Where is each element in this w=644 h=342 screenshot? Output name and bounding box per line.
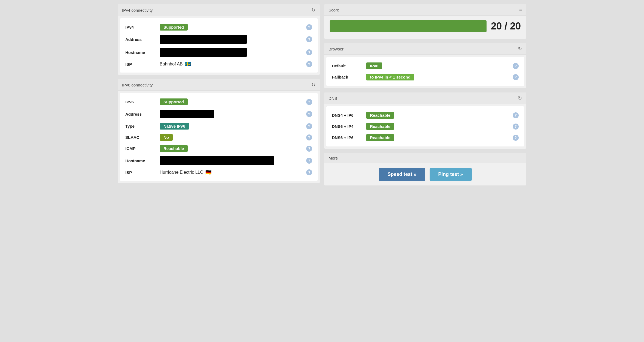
ipv4-isp-name: Bahnhof AB [160, 62, 183, 67]
score-bar-row: 20 / 20 [330, 20, 521, 32]
browser-default-row: Default IPv6 ? [332, 60, 519, 71]
dns-refresh-icon[interactable]: ↻ [518, 95, 522, 101]
ipv4-status-help[interactable]: ? [306, 24, 312, 30]
more-section-title: More [329, 156, 338, 160]
browser-default-label: Default [332, 64, 362, 68]
ipv6-icmp-row: ICMP Reachable ? [125, 143, 312, 154]
dns-status-2: Reachable [366, 134, 508, 141]
dns-label-0: DNS4 + IP6 [332, 113, 362, 118]
ipv4-hostname-help[interactable]: ? [306, 49, 312, 55]
dns-label-2: DNS6 + IP6 [332, 135, 362, 140]
ipv4-isp-label: ISP [125, 62, 155, 67]
ipv6-isp-label: ISP [125, 170, 155, 175]
ipv6-type-row: Type Native IPv6 ? [125, 121, 312, 132]
ipv6-type-help[interactable]: ? [306, 123, 312, 129]
ipv6-status-row: IPv6 Supported ? [125, 96, 312, 107]
right-column: Score ≡ 20 / 20 Browser ↻ D [324, 4, 526, 185]
ipv6-status-help[interactable]: ? [306, 99, 312, 105]
dns-help-0[interactable]: ? [513, 112, 519, 118]
score-section-title: Score [329, 8, 339, 12]
dns-section-title: DNS [329, 96, 337, 101]
ipv6-address-row: Address ? [125, 107, 312, 121]
ipv6-type-value: Native IPv6 [160, 123, 302, 130]
ipv6-slaac-label: SLAAC [125, 135, 155, 140]
ipv6-card-body: IPv6 Supported ? Address ? Type [120, 93, 318, 181]
dns-help-1[interactable]: ? [513, 124, 519, 130]
ipv6-hostname-row: Hostname ? [125, 154, 312, 167]
browser-fallback-help[interactable]: ? [513, 74, 519, 80]
ipv6-slaac-row: SLAAC No ? [125, 132, 312, 143]
ipv4-hostname-redacted [160, 48, 247, 57]
main-layout: IPv4 connectivity ↻ IPv4 Supported ? Add… [118, 4, 526, 185]
dns-badge-1: Reachable [366, 123, 394, 130]
dns-help-2[interactable]: ? [513, 135, 519, 141]
dns-badge-0: Reachable [366, 112, 394, 119]
more-card: More Speed test » Ping test » [324, 153, 526, 185]
browser-section-title: Browser [329, 47, 344, 51]
ipv6-type-label: Type [125, 124, 155, 128]
ipv6-section-title: IPv6 connectivity [122, 83, 153, 87]
ipv4-isp-help[interactable]: ? [306, 61, 312, 67]
dns-row-2: DNS6 + IP6 Reachable ? [332, 132, 519, 143]
dns-card-body: DNS4 + IP6 Reachable ? DNS6 + IP4 Reacha… [326, 106, 524, 146]
ipv6-isp-name: Hurricane Electric LLC [160, 170, 203, 175]
ipv6-address-label: Address [125, 112, 155, 116]
ipv6-slaac-value: No [160, 134, 302, 141]
ipv4-hostname-value [160, 48, 302, 57]
ipv4-isp-flag: 🇸🇪 [185, 61, 191, 67]
dns-card-header: DNS ↻ [324, 92, 526, 104]
ipv4-hostname-label: Hostname [125, 50, 155, 55]
dns-row-1: DNS6 + IP4 Reachable ? [332, 121, 519, 132]
ipv6-status-value: Supported [160, 98, 302, 105]
browser-default-value: IPv6 [366, 62, 508, 69]
ipv6-supported-badge: Supported [160, 98, 188, 105]
browser-fallback-value: to IPv4 in < 1 second [366, 74, 508, 80]
ipv6-slaac-badge: No [160, 134, 173, 141]
ipv6-hostname-help[interactable]: ? [306, 158, 312, 164]
ipv4-address-help[interactable]: ? [306, 36, 312, 42]
more-card-body: Speed test » Ping test » [324, 163, 526, 185]
ipv4-section-title: IPv4 connectivity [122, 8, 153, 13]
score-value: 20 / 20 [491, 20, 521, 32]
score-card-header: Score ≡ [324, 4, 526, 16]
ipv4-status-value: Supported [160, 24, 302, 31]
score-bar-background [330, 20, 487, 32]
browser-default-badge: IPv6 [366, 62, 382, 69]
ipv4-status-row: IPv4 Supported ? [125, 22, 312, 33]
browser-fallback-row: Fallback to IPv4 in < 1 second ? [332, 71, 519, 83]
ping-test-button[interactable]: Ping test » [430, 168, 472, 181]
score-card: Score ≡ 20 / 20 [324, 4, 526, 39]
browser-card: Browser ↻ Default IPv6 ? Fallback to IPv… [324, 43, 526, 88]
ipv4-card: IPv4 connectivity ↻ IPv4 Supported ? Add… [118, 4, 320, 75]
score-bar-fill [330, 20, 487, 32]
ipv6-field-label: IPv6 [125, 100, 155, 104]
ipv4-field-label: IPv4 [125, 25, 155, 29]
ipv4-address-row: Address ? [125, 33, 312, 46]
ipv6-isp-row: ISP Hurricane Electric LLC 🇩🇪 ? [125, 167, 312, 178]
ipv6-hostname-value [160, 156, 302, 165]
ipv4-refresh-icon[interactable]: ↻ [311, 7, 315, 13]
ipv6-icmp-label: ICMP [125, 146, 155, 151]
ipv6-address-help[interactable]: ? [306, 111, 312, 117]
browser-default-help[interactable]: ? [513, 63, 519, 69]
ipv4-isp-value: Bahnhof AB 🇸🇪 [160, 61, 302, 67]
speed-test-button[interactable]: Speed test » [379, 168, 425, 181]
browser-fallback-badge: to IPv4 in < 1 second [366, 74, 414, 80]
ipv4-card-header: IPv4 connectivity ↻ [118, 4, 320, 16]
ipv4-address-redacted [160, 35, 247, 44]
ipv6-isp-help[interactable]: ? [306, 169, 312, 175]
ipv6-icmp-help[interactable]: ? [306, 146, 312, 152]
left-column: IPv4 connectivity ↻ IPv4 Supported ? Add… [118, 4, 320, 185]
dns-badge-2: Reachable [366, 134, 394, 141]
browser-card-body: Default IPv6 ? Fallback to IPv4 in < 1 s… [326, 57, 524, 86]
ipv6-card-header: IPv6 connectivity ↻ [118, 79, 320, 91]
ipv6-hostname-label: Hostname [125, 158, 155, 163]
list-icon[interactable]: ≡ [519, 7, 522, 13]
dns-status-1: Reachable [366, 123, 508, 130]
ipv6-slaac-help[interactable]: ? [306, 134, 312, 140]
browser-refresh-icon[interactable]: ↻ [518, 46, 522, 52]
ipv6-refresh-icon[interactable]: ↻ [311, 82, 315, 88]
dns-label-1: DNS6 + IP4 [332, 124, 362, 129]
ipv6-address-value [160, 110, 302, 118]
ipv6-isp-flag: 🇩🇪 [205, 169, 211, 175]
